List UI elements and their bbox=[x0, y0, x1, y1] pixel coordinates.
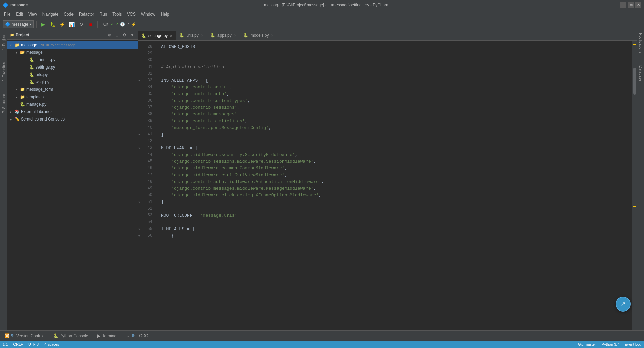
tree-item-init[interactable]: 🐍 __init__.py bbox=[7, 56, 138, 63]
right-sidebar-notifications[interactable]: Notifications bbox=[638, 30, 644, 56]
close-button[interactable]: ✕ bbox=[635, 2, 641, 8]
code-line-51: ] bbox=[161, 198, 632, 205]
coverage-button[interactable]: ⚡ bbox=[58, 20, 66, 28]
tab-settings[interactable]: 🐍 settings.py ✕ bbox=[138, 31, 176, 40]
code-line-47: 'django.middleware.csrf.CsrfViewMiddlewa… bbox=[161, 171, 632, 178]
tabs-bar: 🐍 settings.py ✕ 🐍 urls.py ✕ 🐍 apps.py ✕ … bbox=[138, 30, 637, 41]
run-button[interactable]: ▶ bbox=[39, 20, 48, 28]
tab-icon-apps: 🐍 bbox=[210, 33, 215, 38]
status-indent[interactable]: 4 spaces bbox=[44, 342, 59, 346]
project-folder-icon: 📁 bbox=[14, 42, 20, 48]
left-sidebar-tabs: 1: Project 2: Favorites 7: Structure bbox=[0, 30, 7, 330]
menu-help[interactable]: Help bbox=[158, 11, 172, 17]
scrollbar-thumb[interactable] bbox=[633, 68, 636, 95]
code-line-28: ALLOWED_HOSTS = [] bbox=[161, 43, 632, 50]
tree-item-urls[interactable]: 🐍 urls.py bbox=[7, 71, 138, 78]
tree-item-message-form[interactable]: ▸ 📁 message_form bbox=[7, 86, 138, 93]
project-close-btn[interactable]: ✕ bbox=[129, 32, 135, 38]
right-sidebar-database[interactable]: Database bbox=[638, 63, 644, 84]
tree-item-scratches[interactable]: ▸ ✏️ Scratches and Consoles bbox=[7, 115, 138, 123]
title-bar: 🔷 message message [E:\GitProject\message… bbox=[0, 0, 644, 10]
code-line-52 bbox=[161, 205, 632, 212]
menu-navigate[interactable]: Navigate bbox=[40, 11, 61, 17]
menu-window[interactable]: Window bbox=[138, 11, 158, 17]
stop-button[interactable]: ■ bbox=[87, 20, 95, 28]
tab-close-urls[interactable]: ✕ bbox=[201, 34, 203, 37]
version-control-icon: 🔀 bbox=[5, 333, 10, 338]
git-status: Git: ✓ ✓ 🕐 ↺ ⚡ bbox=[103, 22, 137, 27]
tree-item-templates[interactable]: ▸ 📁 templates bbox=[7, 93, 138, 101]
tab-urls[interactable]: 🐍 urls.py ✕ bbox=[176, 31, 207, 40]
status-position[interactable]: 1:1 bbox=[3, 342, 8, 346]
code-editor[interactable]: 28 29 30 31 bbox=[138, 41, 637, 330]
bottom-tab-python-console[interactable]: 🐍 Python Console bbox=[51, 332, 90, 340]
todo-num: 6: bbox=[132, 333, 136, 338]
status-bar: 1:1 CRLF UTF-8 4 spaces Git: master Pyth… bbox=[0, 341, 644, 348]
reload-button[interactable]: ↻ bbox=[77, 20, 85, 28]
status-git[interactable]: Git: master bbox=[578, 342, 596, 346]
floating-action-button[interactable]: ↗ bbox=[616, 297, 631, 312]
project-collapse-btn[interactable]: ⊟ bbox=[114, 32, 120, 38]
maximize-button[interactable]: ▭ bbox=[628, 2, 634, 8]
project-name: message bbox=[10, 3, 28, 7]
code-line-49: 'django.contrib.messages.middleware.Mess… bbox=[161, 185, 632, 192]
event-log-button[interactable]: Event Log bbox=[624, 342, 641, 346]
code-line-33: INSTALLED_APPS = [ bbox=[161, 77, 632, 84]
project-panel: 📁 Project ⊕ ⊟ ⚙ ✕ ▾ 📁 message E:\GitProj… bbox=[7, 30, 138, 330]
tab-apps[interactable]: 🐍 apps.py ✕ bbox=[207, 31, 240, 40]
menu-file[interactable]: File bbox=[1, 11, 13, 17]
profile-button[interactable]: 📊 bbox=[68, 20, 76, 28]
code-line-39: 'django.contrib.staticfiles', bbox=[161, 117, 632, 124]
project-settings-btn[interactable]: ⚙ bbox=[121, 32, 127, 38]
tab-icon-settings: 🐍 bbox=[141, 33, 146, 38]
menu-run[interactable]: Run bbox=[97, 11, 110, 17]
code-line-55: TEMPLATES = [ bbox=[161, 225, 632, 232]
tree-item-message-folder[interactable]: ▾ 📂 message bbox=[7, 49, 138, 56]
menu-bar: File Edit View Navigate Code Refactor Ru… bbox=[0, 10, 644, 18]
window-title: message [E:\GitProject\message] - ...\me… bbox=[33, 3, 620, 7]
menu-code[interactable]: Code bbox=[61, 11, 76, 17]
editor-area: 🐍 settings.py ✕ 🐍 urls.py ✕ 🐍 apps.py ✕ … bbox=[138, 30, 637, 330]
bottom-tab-todo[interactable]: ☑ 6: TODO bbox=[125, 332, 150, 340]
bottom-tab-version-control[interactable]: 🔀 9: Version Control bbox=[3, 332, 46, 340]
code-line-46: 'django.middleware.common.CommonMiddlewa… bbox=[161, 165, 632, 171]
scratch-icon: ✏️ bbox=[14, 116, 20, 122]
minimize-button[interactable]: ─ bbox=[620, 2, 626, 8]
tree-item-settings[interactable]: 🐍 settings.py bbox=[7, 63, 138, 71]
window-controls: ─ ▭ ✕ bbox=[620, 2, 641, 8]
right-sidebar: Notifications Database bbox=[637, 30, 644, 330]
project-dropdown[interactable]: 🔷 message ▾ bbox=[3, 20, 34, 28]
menu-edit[interactable]: Edit bbox=[13, 11, 26, 17]
toolbar-separator-2 bbox=[97, 21, 98, 28]
code-content[interactable]: ALLOWED_HOSTS = [] # Application definit… bbox=[155, 41, 632, 330]
tree-item-external-libraries[interactable]: ▸ 📚 External Libraries bbox=[7, 108, 138, 115]
tab-close-apps[interactable]: ✕ bbox=[234, 34, 236, 37]
tab-models[interactable]: 🐍 models.py ✕ bbox=[240, 31, 277, 40]
code-line-53: ROOT_URLCONF = 'message.urls' bbox=[161, 212, 632, 219]
sidebar-tab-structure[interactable]: 7: Structure bbox=[1, 91, 7, 116]
scroll-mark-1 bbox=[633, 44, 636, 45]
status-line-ending[interactable]: CRLF bbox=[13, 342, 23, 346]
sidebar-tab-favorites[interactable]: 2: Favorites bbox=[1, 59, 7, 84]
code-line-50: 'django.middleware.clickjacking.XFrameOp… bbox=[161, 192, 632, 198]
status-encoding[interactable]: UTF-8 bbox=[28, 342, 39, 346]
scroll-indicator[interactable] bbox=[632, 41, 637, 330]
menu-vcs[interactable]: VCS bbox=[124, 11, 138, 17]
sidebar-tab-project[interactable]: 1: Project bbox=[1, 32, 7, 53]
tree-item-wsgi[interactable]: 🐍 wsgi.py bbox=[7, 78, 138, 86]
menu-tools[interactable]: Tools bbox=[110, 11, 124, 17]
todo-icon: ☑ bbox=[127, 333, 130, 338]
line-numbers: 28 29 30 31 bbox=[138, 41, 155, 330]
tab-close-settings[interactable]: ✕ bbox=[170, 34, 172, 38]
tree-item-root[interactable]: ▾ 📁 message E:\GitProject\message bbox=[7, 41, 138, 49]
tree-item-manage[interactable]: 🐍 manage.py bbox=[7, 101, 138, 108]
menu-refactor[interactable]: Refactor bbox=[76, 11, 97, 17]
code-line-34: 'django.contrib.admin', bbox=[161, 84, 632, 90]
debug-button[interactable]: 🐛 bbox=[49, 20, 57, 28]
status-python[interactable]: Python 3.7 bbox=[602, 342, 619, 346]
tab-close-models[interactable]: ✕ bbox=[271, 34, 273, 37]
code-line-43: MIDDLEWARE = [ bbox=[161, 144, 632, 151]
menu-view[interactable]: View bbox=[26, 11, 40, 17]
project-add-btn[interactable]: ⊕ bbox=[107, 32, 113, 38]
bottom-tab-terminal[interactable]: ▶ Terminal bbox=[95, 332, 119, 340]
